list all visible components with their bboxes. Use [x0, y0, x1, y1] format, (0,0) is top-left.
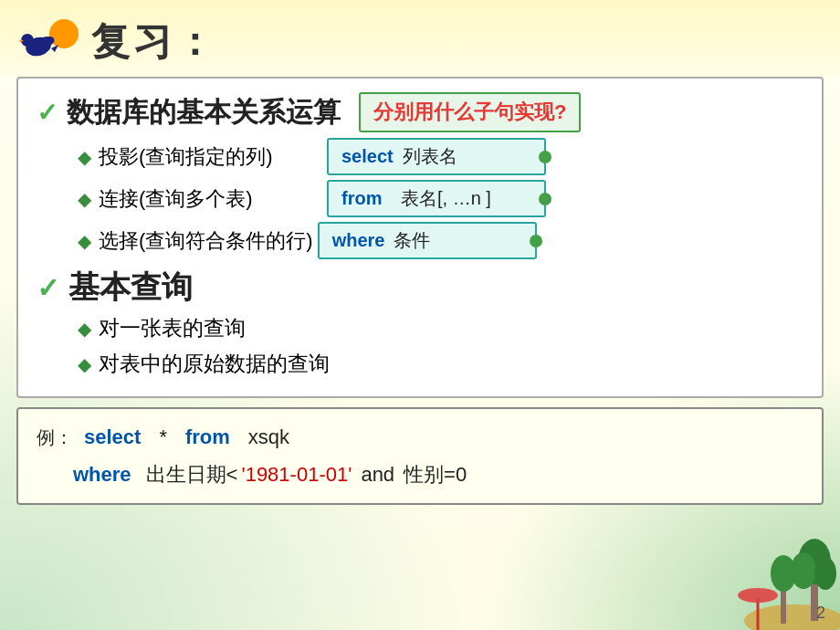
page-number: 2: [816, 604, 825, 623]
sub-item-projection: ◆ 投影(查询指定的列) select 列表名: [78, 138, 803, 175]
sub-item-join-text: 连接(查询多个表): [99, 185, 281, 213]
sub-item-join: ◆ 连接(查询多个表) from 表名[, …n ]: [78, 180, 803, 217]
section1-header: ✓ 数据库的基本关系运算 分别用什么子句实现?: [37, 92, 803, 132]
example-line2: where 出生日期< '1981-01-01' and 性别=0: [73, 457, 803, 491]
example-star: *: [159, 420, 167, 454]
section2: ✓ 基本查询 ◆ 对一张表的查询 ◆ 对表中的原始数据的查询: [37, 267, 803, 378]
question-box-label: 分别用什么子句实现?: [373, 100, 566, 123]
sub-item-projection-text: 投影(查询指定的列): [99, 143, 281, 171]
clause-where-keyword: where: [332, 230, 385, 251]
sub-item-select: ◆ 选择(查询符合条件的行) where 条件: [78, 222, 803, 259]
dot3: [530, 235, 542, 247]
example-from-keyword: from: [185, 420, 230, 454]
example-line1: 例： select * from xsqk: [37, 420, 803, 454]
page-title: 复习：: [91, 16, 217, 68]
checkmark1: ✓: [37, 98, 58, 128]
example-select-keyword: select: [84, 420, 141, 454]
svg-point-10: [814, 557, 836, 590]
clause-select: select 列表名: [327, 138, 546, 175]
svg-point-14: [738, 588, 778, 603]
diamond4: ◆: [78, 318, 91, 340]
example-condition: 性别=0: [404, 457, 467, 491]
clause-from-keyword: from: [341, 188, 392, 209]
clause-select-content: 列表名: [403, 144, 457, 169]
example-field: 出生日期<: [146, 457, 238, 491]
diamond2: ◆: [78, 188, 91, 210]
checkmark2: ✓: [37, 272, 59, 304]
section2-title: 基本查询: [68, 267, 193, 309]
diamond3: ◆: [78, 230, 91, 252]
example-box: 例： select * from xsqk where 出生日期< '1981-…: [16, 407, 824, 505]
clause-from-content: 表名[, …n ]: [401, 186, 491, 211]
sub-item-raw-data-text: 对表中的原始数据的查询: [99, 350, 330, 378]
main-content: ✓ 数据库的基本关系运算 分别用什么子句实现? ◆ 投影(查询指定的列) sel…: [16, 77, 824, 398]
clause-where: where 条件: [318, 222, 537, 259]
diamond1: ◆: [78, 146, 91, 168]
clause-select-keyword: select: [341, 146, 394, 167]
section1-subitems: ◆ 投影(查询指定的列) select 列表名 ◆ 连接(查询多个表) from…: [78, 138, 803, 259]
example-date: '1981-01-01': [241, 457, 352, 491]
header: 复习：: [0, 0, 840, 77]
section2-subitems: ◆ 对一张表的查询 ◆ 对表中的原始数据的查询: [78, 314, 803, 378]
sub-item-single-table-text: 对一张表的查询: [99, 314, 246, 342]
bird-icon: [18, 17, 82, 68]
svg-point-12: [771, 555, 796, 592]
example-table: xsqk: [248, 420, 289, 454]
svg-point-0: [49, 19, 79, 48]
example-where-keyword: where: [73, 457, 131, 491]
example-label: 例：: [37, 422, 73, 453]
svg-point-2: [21, 34, 34, 47]
clause-from: from 表名[, …n ]: [327, 180, 546, 217]
diamond5: ◆: [78, 353, 91, 375]
sub-item-select-text: 选择(查询符合条件的行): [99, 227, 313, 255]
sub-item-single-table: ◆ 对一张表的查询: [78, 314, 803, 342]
example-and: and: [361, 457, 394, 491]
sub-item-raw-data: ◆ 对表中的原始数据的查询: [78, 350, 803, 378]
svg-marker-5: [51, 45, 58, 52]
section1-title: 数据库的基本关系运算: [67, 94, 341, 131]
section2-header: ✓ 基本查询: [37, 267, 803, 309]
clause-where-content: 条件: [394, 228, 430, 253]
dot2: [539, 193, 551, 205]
slide: 复习： ✓ 数据库的基本关系运算 分别用什么子句实现? ◆ 投影(查询指定的列): [0, 0, 840, 630]
dot1: [539, 151, 551, 163]
section1: ✓ 数据库的基本关系运算 分别用什么子句实现? ◆ 投影(查询指定的列) sel…: [37, 92, 803, 259]
